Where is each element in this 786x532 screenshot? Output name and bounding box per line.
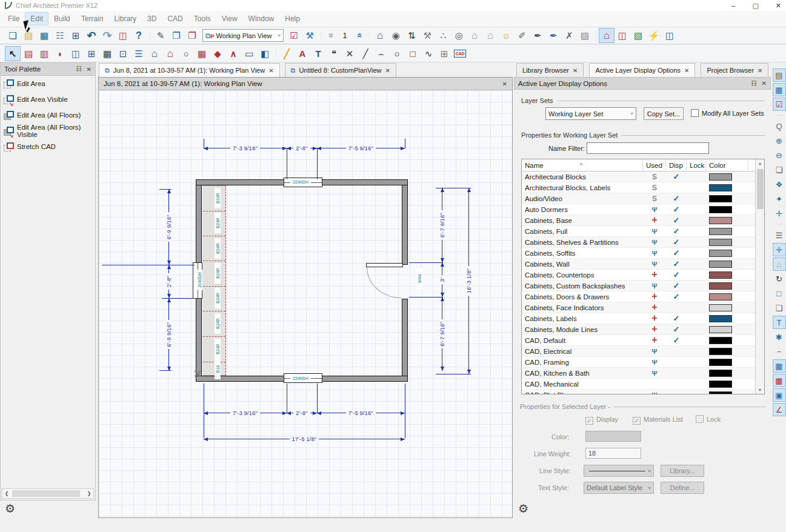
exterior-room-icon[interactable]: ⌂ xyxy=(162,46,178,61)
close-tab-icon[interactable]: ✕ xyxy=(268,67,273,74)
cad-arc-icon[interactable]: ⌢ xyxy=(373,46,389,61)
layer-color-swatch[interactable] xyxy=(709,315,732,322)
layer-color-swatch[interactable] xyxy=(709,282,732,290)
overview-camera-icon[interactable]: ⌂ xyxy=(482,28,498,43)
house-wizard-icon[interactable]: ⌂ xyxy=(147,46,162,61)
curved-wall-icon[interactable]: ◗ xyxy=(52,46,68,61)
layer-display-check-icon[interactable] xyxy=(673,250,680,257)
zoom-out-icon[interactable]: ⊖ xyxy=(773,148,786,162)
layer-color-swatch[interactable] xyxy=(709,337,732,344)
layer-row[interactable]: Cabinets, Shelves & Partitions xyxy=(522,237,755,248)
reference-display-icon[interactable]: ✛ xyxy=(773,243,786,256)
side-panel-tab[interactable]: Active Layer Display Options ✕ xyxy=(589,63,695,77)
layer-row[interactable]: Cabinets, Full xyxy=(522,226,755,237)
layer-color-swatch[interactable] xyxy=(709,271,732,279)
copy-set-button[interactable]: Copy Set... xyxy=(644,107,684,120)
menu-item[interactable]: View xyxy=(216,12,243,25)
menu-item[interactable]: Terrain xyxy=(76,12,109,25)
layer-display-check-icon[interactable] xyxy=(673,326,680,333)
scroll-left-icon[interactable]: ❮ xyxy=(2,491,11,496)
layer-row[interactable]: CAD, Framing xyxy=(522,357,755,368)
plan-canvas[interactable]: ✕ xyxy=(99,90,512,517)
layer-row[interactable]: Cabinets, Doors & Drawers xyxy=(522,291,755,302)
modify-all-checkbox[interactable] xyxy=(691,109,699,117)
layer-color-swatch[interactable] xyxy=(709,228,732,235)
side-toolbar-icon[interactable] xyxy=(773,112,786,118)
zoom-icon[interactable]: Q xyxy=(773,119,786,133)
layer-display-check-icon[interactable] xyxy=(673,315,680,322)
select-objects-icon[interactable]: ↖ xyxy=(5,46,21,61)
layer-color-swatch[interactable] xyxy=(709,293,732,301)
gazebo-icon[interactable]: ○ xyxy=(178,46,194,61)
cad-circle-icon[interactable]: ○ xyxy=(389,46,405,61)
layer-display-check-icon[interactable] xyxy=(673,239,680,246)
layer-display-check-icon[interactable] xyxy=(673,228,680,235)
dimension-line[interactable]: 6'-9 9/16" xyxy=(165,298,173,371)
layer-color-swatch[interactable] xyxy=(709,391,732,394)
tool-palette-item[interactable]: v Stretch CAD xyxy=(1,139,95,155)
trellis-icon[interactable]: ▦ xyxy=(194,46,210,61)
arc-centers-icon[interactable]: ⌢ xyxy=(773,345,786,358)
layer-row[interactable]: Cabinets, Base xyxy=(522,215,755,226)
layer-row[interactable]: Cabinets, Face Indicators xyxy=(522,302,755,313)
menu-item[interactable]: Tools xyxy=(188,12,216,25)
dimension-line[interactable]: 3' xyxy=(438,262,446,297)
layer-display-check-icon[interactable] xyxy=(673,271,680,279)
layer-row[interactable]: CAD, Electrical xyxy=(522,346,755,357)
layer-color-swatch[interactable] xyxy=(709,239,732,246)
float-panel-icon[interactable]: 日 xyxy=(751,79,758,88)
floor-down-icon[interactable]: » xyxy=(324,28,339,43)
dimension-line[interactable]: 7'-3 9/16" xyxy=(204,144,287,152)
menu-item[interactable]: Build xyxy=(48,12,76,25)
record-walkthrough-icon[interactable]: ◎ xyxy=(451,28,467,43)
float-panel-icon[interactable]: 日 xyxy=(76,65,82,73)
dimension-line[interactable]: 2'-8" xyxy=(165,265,173,298)
close-tab-icon[interactable]: ✕ xyxy=(758,67,762,74)
new-file-icon[interactable]: ❏ xyxy=(5,28,21,43)
menu-item[interactable]: File xyxy=(2,12,25,25)
toolbar-icon[interactable] xyxy=(366,28,372,43)
minimize-button[interactable]: – xyxy=(731,2,735,9)
save-plan-view-icon[interactable]: ❐ xyxy=(168,28,184,43)
preview-icon[interactable]: ❑ xyxy=(773,301,786,314)
project-browser-icon[interactable]: ▦ xyxy=(773,83,786,96)
rectangle-select-icon[interactable]: □ xyxy=(773,287,786,300)
door-tool-icon[interactable]: ◫ xyxy=(68,46,84,61)
menu-item[interactable]: Library xyxy=(108,12,142,25)
dimension-line[interactable]: 2'-8" xyxy=(287,409,317,417)
name-filter-input[interactable] xyxy=(587,142,709,154)
tool-palette-item[interactable]: v Edit Area Visible xyxy=(1,91,95,107)
layer-table-scrollbar[interactable]: ▲ ▼ xyxy=(755,159,764,394)
plan-view-selector[interactable]: ⧉P Working Plan View ˅ xyxy=(202,29,284,42)
zoom-in-icon[interactable]: ⊕ xyxy=(773,134,786,147)
toolbar-icon[interactable] xyxy=(147,28,153,43)
tool-palette-item[interactable]: v Edit Area xyxy=(1,76,95,91)
scrollbar-thumb[interactable] xyxy=(757,169,764,209)
mouse-orbit-icon[interactable]: ⇅ xyxy=(404,28,419,43)
layer-color-swatch[interactable] xyxy=(709,261,732,268)
layer-color-swatch[interactable] xyxy=(709,250,732,257)
layer-display-check-icon[interactable] xyxy=(673,293,680,301)
auto-dimension-icon[interactable]: ✱ xyxy=(773,330,786,344)
layer-row[interactable]: Cabinets, Module Lines xyxy=(522,324,755,335)
layer-sets-icon[interactable]: ☰ xyxy=(773,228,786,242)
save-plan-view-as-icon[interactable]: ❐ xyxy=(184,28,200,43)
help-icon[interactable]: ? xyxy=(131,28,147,43)
print-layout-icon[interactable]: ⊞ xyxy=(68,28,84,43)
library-browser-icon[interactable]: ▤ xyxy=(773,68,786,82)
maximize-button[interactable]: ▢ xyxy=(752,2,758,10)
cabinet-tool-icon[interactable]: ▦ xyxy=(99,46,115,61)
spray-tool-icon[interactable]: ✐ xyxy=(514,28,530,43)
layer-row[interactable]: CAD, Mechanical xyxy=(522,379,755,390)
layer-color-swatch[interactable] xyxy=(709,326,732,333)
cad-line-icon[interactable]: ╱ xyxy=(358,46,373,61)
scroll-right-icon[interactable]: ❯ xyxy=(85,491,93,496)
hatch-icon[interactable]: ▨ xyxy=(577,28,593,43)
wall-right-upper[interactable] xyxy=(402,185,408,265)
layer-row[interactable]: Architectural Blocks, Labels xyxy=(522,182,755,193)
layer-color-swatch[interactable] xyxy=(709,304,732,311)
toolbar-icon[interactable] xyxy=(273,46,279,61)
document-tab[interactable]: ⧉ Untitled 8: CustomPlanView ✕ xyxy=(285,63,396,77)
soffit-icon[interactable]: ▭ xyxy=(241,46,257,61)
layer-display-check-icon[interactable] xyxy=(673,173,680,181)
